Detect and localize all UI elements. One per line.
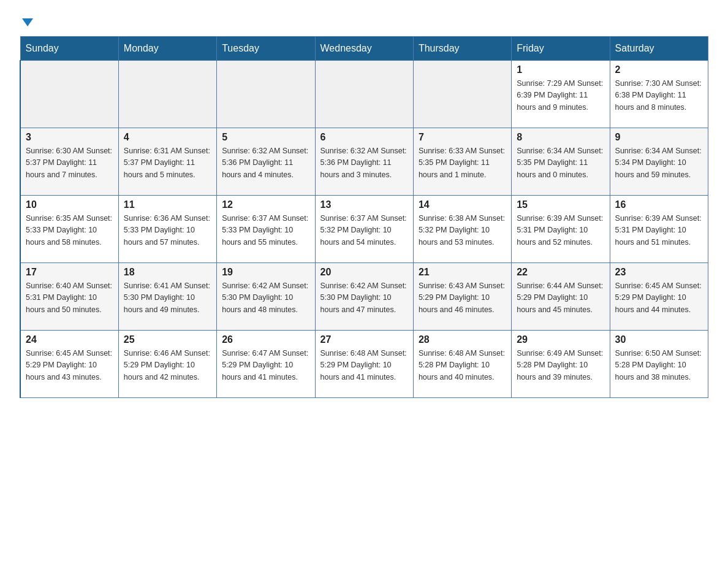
calendar-cell: 29Sunrise: 6:49 AM Sunset: 5:28 PM Dayli…	[512, 331, 610, 398]
day-info: Sunrise: 6:42 AM Sunset: 5:30 PM Dayligh…	[320, 280, 408, 316]
calendar-cell: 11Sunrise: 6:36 AM Sunset: 5:33 PM Dayli…	[118, 196, 216, 263]
day-number: 8	[517, 132, 604, 143]
day-info: Sunrise: 6:50 AM Sunset: 5:28 PM Dayligh…	[615, 348, 703, 383]
day-info: Sunrise: 6:32 AM Sunset: 5:36 PM Dayligh…	[222, 145, 309, 181]
calendar-cell: 18Sunrise: 6:41 AM Sunset: 5:30 PM Dayli…	[118, 263, 216, 331]
day-number: 19	[222, 267, 309, 278]
day-number: 27	[320, 334, 408, 345]
day-number: 16	[615, 199, 703, 210]
day-of-week-header: Tuesday	[217, 37, 315, 61]
day-of-week-header: Friday	[512, 37, 610, 61]
day-info: Sunrise: 6:43 AM Sunset: 5:29 PM Dayligh…	[419, 280, 506, 316]
calendar-cell: 3Sunrise: 6:30 AM Sunset: 5:37 PM Daylig…	[20, 128, 118, 196]
day-number: 23	[615, 267, 703, 278]
calendar-cell: 13Sunrise: 6:37 AM Sunset: 5:32 PM Dayli…	[315, 196, 413, 263]
day-info: Sunrise: 6:38 AM Sunset: 5:32 PM Dayligh…	[419, 213, 506, 248]
day-info: Sunrise: 6:34 AM Sunset: 5:34 PM Dayligh…	[615, 145, 703, 181]
day-info: Sunrise: 6:49 AM Sunset: 5:28 PM Dayligh…	[517, 348, 604, 383]
day-number: 30	[615, 334, 703, 345]
day-info: Sunrise: 6:47 AM Sunset: 5:29 PM Dayligh…	[222, 348, 309, 383]
calendar-cell	[315, 61, 413, 128]
calendar-cell: 21Sunrise: 6:43 AM Sunset: 5:29 PM Dayli…	[413, 263, 511, 331]
day-number: 29	[517, 334, 604, 345]
day-number: 28	[419, 334, 506, 345]
calendar-cell: 28Sunrise: 6:48 AM Sunset: 5:28 PM Dayli…	[413, 331, 511, 398]
day-number: 4	[124, 132, 211, 143]
calendar-cell: 25Sunrise: 6:46 AM Sunset: 5:29 PM Dayli…	[118, 331, 216, 398]
calendar-week-row: 1Sunrise: 7:29 AM Sunset: 6:39 PM Daylig…	[20, 61, 708, 128]
day-info: Sunrise: 6:42 AM Sunset: 5:30 PM Dayligh…	[222, 280, 309, 316]
day-number: 9	[615, 132, 703, 143]
day-info: Sunrise: 7:30 AM Sunset: 6:38 PM Dayligh…	[615, 78, 703, 113]
day-of-week-header: Saturday	[610, 37, 708, 61]
day-number: 20	[320, 267, 408, 278]
day-info: Sunrise: 6:32 AM Sunset: 5:36 PM Dayligh…	[320, 145, 408, 181]
day-info: Sunrise: 6:48 AM Sunset: 5:29 PM Dayligh…	[320, 348, 408, 383]
calendar-cell: 7Sunrise: 6:33 AM Sunset: 5:35 PM Daylig…	[413, 128, 511, 196]
day-number: 1	[517, 64, 604, 75]
calendar-cell: 27Sunrise: 6:48 AM Sunset: 5:29 PM Dayli…	[315, 331, 413, 398]
day-number: 2	[615, 64, 703, 75]
calendar-week-row: 24Sunrise: 6:45 AM Sunset: 5:29 PM Dayli…	[20, 331, 708, 398]
day-of-week-header: Monday	[118, 37, 216, 61]
day-of-week-header: Wednesday	[315, 37, 413, 61]
calendar-week-row: 3Sunrise: 6:30 AM Sunset: 5:37 PM Daylig…	[20, 128, 708, 196]
days-of-week-row: SundayMondayTuesdayWednesdayThursdayFrid…	[20, 37, 708, 61]
calendar-header: SundayMondayTuesdayWednesdayThursdayFrid…	[20, 37, 708, 61]
calendar-cell	[217, 61, 315, 128]
calendar-cell: 10Sunrise: 6:35 AM Sunset: 5:33 PM Dayli…	[20, 196, 118, 263]
day-number: 12	[222, 199, 309, 210]
day-info: Sunrise: 6:35 AM Sunset: 5:33 PM Dayligh…	[26, 213, 113, 248]
calendar-cell: 2Sunrise: 7:30 AM Sunset: 6:38 PM Daylig…	[610, 61, 708, 128]
calendar-cell	[20, 61, 118, 128]
logo	[20, 15, 33, 26]
day-info: Sunrise: 6:48 AM Sunset: 5:28 PM Dayligh…	[419, 348, 506, 383]
day-info: Sunrise: 6:44 AM Sunset: 5:29 PM Dayligh…	[517, 280, 604, 316]
day-number: 10	[26, 199, 113, 210]
calendar-cell: 12Sunrise: 6:37 AM Sunset: 5:33 PM Dayli…	[217, 196, 315, 263]
day-number: 22	[517, 267, 604, 278]
day-number: 24	[26, 334, 113, 345]
day-number: 5	[222, 132, 309, 143]
day-number: 3	[26, 132, 113, 143]
calendar-cell: 26Sunrise: 6:47 AM Sunset: 5:29 PM Dayli…	[217, 331, 315, 398]
calendar-cell: 15Sunrise: 6:39 AM Sunset: 5:31 PM Dayli…	[512, 196, 610, 263]
day-number: 18	[124, 267, 211, 278]
day-of-week-header: Sunday	[20, 37, 118, 61]
day-of-week-header: Thursday	[413, 37, 511, 61]
calendar-cell: 20Sunrise: 6:42 AM Sunset: 5:30 PM Dayli…	[315, 263, 413, 331]
day-number: 6	[320, 132, 408, 143]
day-info: Sunrise: 6:33 AM Sunset: 5:35 PM Dayligh…	[419, 145, 506, 181]
calendar-cell: 6Sunrise: 6:32 AM Sunset: 5:36 PM Daylig…	[315, 128, 413, 196]
calendar-cell: 23Sunrise: 6:45 AM Sunset: 5:29 PM Dayli…	[610, 263, 708, 331]
day-info: Sunrise: 6:36 AM Sunset: 5:33 PM Dayligh…	[124, 213, 211, 248]
day-info: Sunrise: 6:46 AM Sunset: 5:29 PM Dayligh…	[124, 348, 211, 383]
logo-triangle-icon	[22, 18, 33, 26]
page-header	[20, 15, 708, 26]
day-info: Sunrise: 7:29 AM Sunset: 6:39 PM Dayligh…	[517, 78, 604, 113]
day-info: Sunrise: 6:39 AM Sunset: 5:31 PM Dayligh…	[615, 213, 703, 248]
calendar-table: SundayMondayTuesdayWednesdayThursdayFrid…	[20, 36, 708, 398]
day-number: 11	[124, 199, 211, 210]
calendar-body: 1Sunrise: 7:29 AM Sunset: 6:39 PM Daylig…	[20, 61, 708, 398]
calendar-cell: 22Sunrise: 6:44 AM Sunset: 5:29 PM Dayli…	[512, 263, 610, 331]
day-info: Sunrise: 6:40 AM Sunset: 5:31 PM Dayligh…	[26, 280, 113, 316]
day-number: 25	[124, 334, 211, 345]
day-info: Sunrise: 6:37 AM Sunset: 5:33 PM Dayligh…	[222, 213, 309, 248]
day-number: 15	[517, 199, 604, 210]
calendar-cell: 14Sunrise: 6:38 AM Sunset: 5:32 PM Dayli…	[413, 196, 511, 263]
day-info: Sunrise: 6:30 AM Sunset: 5:37 PM Dayligh…	[26, 145, 113, 181]
day-number: 7	[419, 132, 506, 143]
day-info: Sunrise: 6:34 AM Sunset: 5:35 PM Dayligh…	[517, 145, 604, 181]
day-info: Sunrise: 6:37 AM Sunset: 5:32 PM Dayligh…	[320, 213, 408, 248]
day-number: 14	[419, 199, 506, 210]
day-number: 13	[320, 199, 408, 210]
calendar-cell: 24Sunrise: 6:45 AM Sunset: 5:29 PM Dayli…	[20, 331, 118, 398]
day-info: Sunrise: 6:41 AM Sunset: 5:30 PM Dayligh…	[124, 280, 211, 316]
calendar-cell: 19Sunrise: 6:42 AM Sunset: 5:30 PM Dayli…	[217, 263, 315, 331]
calendar-cell: 30Sunrise: 6:50 AM Sunset: 5:28 PM Dayli…	[610, 331, 708, 398]
day-number: 21	[419, 267, 506, 278]
day-info: Sunrise: 6:45 AM Sunset: 5:29 PM Dayligh…	[26, 348, 113, 383]
day-info: Sunrise: 6:39 AM Sunset: 5:31 PM Dayligh…	[517, 213, 604, 248]
calendar-cell: 1Sunrise: 7:29 AM Sunset: 6:39 PM Daylig…	[512, 61, 610, 128]
